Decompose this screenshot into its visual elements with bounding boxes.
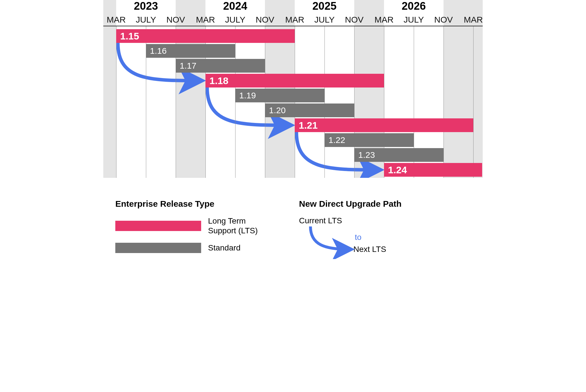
month-label: MAR bbox=[371, 15, 397, 25]
year-header-row: 2023202420252026 bbox=[103, 0, 483, 14]
legend-upgrade-diagram: Current LTS to Next LTS bbox=[299, 216, 396, 259]
gantt-body: 1.151.161.171.181.191.201.211.221.231.24 bbox=[103, 26, 483, 178]
legend-release-type: Enterprise Release Type Long Term Suppor… bbox=[115, 199, 299, 260]
release-bar-1-16: 1.16 bbox=[146, 44, 235, 58]
month-label: MAR bbox=[193, 15, 218, 25]
month-label: MAR bbox=[103, 15, 129, 25]
release-bar-1-19: 1.19 bbox=[235, 89, 324, 102]
release-bar-1-17: 1.17 bbox=[176, 59, 265, 73]
month-label: NOV bbox=[431, 15, 456, 25]
month-label: JULY bbox=[401, 15, 427, 25]
year-label: 2025 bbox=[296, 0, 353, 12]
legend-label-lts: Long Term Support (LTS) bbox=[208, 216, 271, 235]
month-label: NOV bbox=[252, 15, 278, 25]
month-label: JULY bbox=[312, 15, 337, 25]
release-bar-1-24: 1.24 bbox=[384, 163, 482, 177]
gridline bbox=[116, 26, 116, 178]
legend-arrow-icon bbox=[299, 216, 396, 259]
chart-area: 2023202420252026 MARJULYNOVMARJULYNOVMAR… bbox=[103, 0, 483, 192]
year-label: 2024 bbox=[207, 0, 264, 12]
month-label: MAR bbox=[282, 15, 308, 25]
month-label: JULY bbox=[133, 15, 159, 25]
legend-item-lts: Long Term Support (LTS) bbox=[115, 216, 299, 235]
release-bar-1-21: 1.21 bbox=[295, 118, 473, 132]
month-label: MAR bbox=[460, 15, 486, 25]
year-label: 2023 bbox=[117, 0, 175, 12]
gridline bbox=[473, 26, 474, 178]
release-bar-1-18: 1.18 bbox=[205, 74, 384, 87]
legend-upgrade-path: New Direct Upgrade Path Current LTS to N… bbox=[299, 199, 483, 260]
release-bar-1-23: 1.23 bbox=[354, 148, 444, 162]
month-header-row: MARJULYNOVMARJULYNOVMARJULYNOVMARJULYNOV… bbox=[103, 14, 483, 26]
month-label: NOV bbox=[163, 15, 189, 25]
legend-title-right: New Direct Upgrade Path bbox=[299, 199, 483, 209]
legend: Enterprise Release Type Long Term Suppor… bbox=[103, 199, 483, 260]
month-label: NOV bbox=[341, 15, 367, 25]
release-bar-1-22: 1.22 bbox=[324, 133, 414, 147]
legend-title-left: Enterprise Release Type bbox=[115, 199, 299, 209]
release-bar-1-20: 1.20 bbox=[265, 104, 354, 117]
swatch-std bbox=[115, 243, 201, 253]
legend-item-std: Standard bbox=[115, 243, 299, 253]
chart-root: 2023202420252026 MARJULYNOVMARJULYNOVMAR… bbox=[103, 0, 483, 260]
month-label: JULY bbox=[222, 15, 248, 25]
swatch-lts bbox=[115, 221, 201, 231]
release-bar-1-15: 1.15 bbox=[116, 29, 295, 43]
year-label: 2026 bbox=[385, 0, 442, 12]
legend-label-std: Standard bbox=[208, 243, 241, 253]
